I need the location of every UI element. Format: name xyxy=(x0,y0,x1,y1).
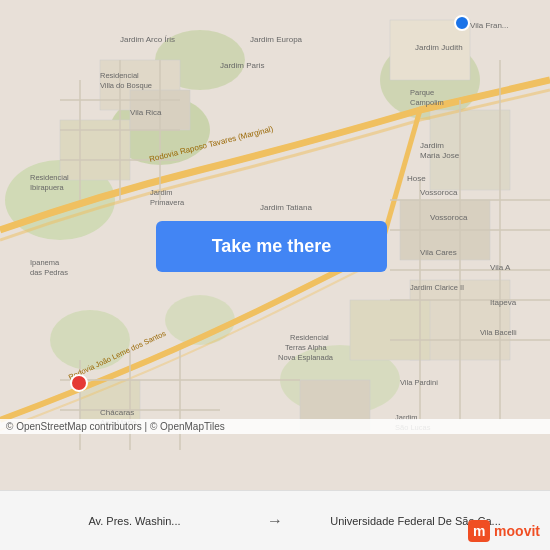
destination-marker xyxy=(454,15,470,31)
origin-marker xyxy=(70,374,88,392)
moovit-icon: m xyxy=(468,520,490,542)
attribution-text: © OpenStreetMap contributors | © OpenMap… xyxy=(6,421,225,432)
svg-text:das Pedras: das Pedras xyxy=(30,268,68,277)
svg-text:Jardim Judith: Jardim Judith xyxy=(415,43,463,52)
svg-text:Villa do Bosque: Villa do Bosque xyxy=(100,81,152,90)
svg-text:Maria Jose: Maria Jose xyxy=(420,151,460,160)
moovit-logo: m moovit xyxy=(468,520,540,542)
svg-text:Ibirapuera: Ibirapuera xyxy=(30,183,65,192)
svg-text:Jardim Clarice II: Jardim Clarice II xyxy=(410,283,464,292)
svg-text:Vila Fran...: Vila Fran... xyxy=(470,21,509,30)
svg-text:Vossoroca: Vossoroca xyxy=(420,188,458,197)
svg-text:Vila Pardini: Vila Pardini xyxy=(400,378,438,387)
svg-rect-15 xyxy=(350,300,430,360)
svg-text:Ipanema: Ipanema xyxy=(30,258,60,267)
svg-point-2 xyxy=(50,310,130,370)
svg-text:Jardim: Jardim xyxy=(420,141,444,150)
svg-text:Vossoroca: Vossoroca xyxy=(430,213,468,222)
svg-text:Terras Alpha: Terras Alpha xyxy=(285,343,328,352)
route-arrow: → xyxy=(267,512,283,530)
moovit-text: moovit xyxy=(494,523,540,539)
svg-text:Residencial: Residencial xyxy=(290,333,329,342)
svg-text:Vila Bacelli: Vila Bacelli xyxy=(480,328,517,337)
svg-text:Jardim: Jardim xyxy=(150,188,173,197)
svg-text:Jardim Tatiana: Jardim Tatiana xyxy=(260,203,312,212)
take-me-there-button[interactable]: Take me there xyxy=(156,221,387,272)
svg-text:Parque: Parque xyxy=(410,88,434,97)
svg-text:Campolim: Campolim xyxy=(410,98,444,107)
map-container: Jardim Arco Íris Jardim Europa Jardim Pa… xyxy=(0,0,550,490)
svg-text:Jardim Paris: Jardim Paris xyxy=(220,61,264,70)
svg-text:Residencial: Residencial xyxy=(100,71,139,80)
svg-text:Chácaras: Chácaras xyxy=(100,408,134,417)
svg-text:Residencial: Residencial xyxy=(30,173,69,182)
svg-text:Vila Rica: Vila Rica xyxy=(130,108,162,117)
svg-text:Primavera: Primavera xyxy=(150,198,185,207)
route-bar: Av. Pres. Washin... → Universidade Feder… xyxy=(0,490,550,550)
svg-rect-12 xyxy=(430,110,510,190)
svg-text:Vila A: Vila A xyxy=(490,263,511,272)
svg-text:Vila Cares: Vila Cares xyxy=(420,248,457,257)
svg-text:Nova Esplanada: Nova Esplanada xyxy=(278,353,334,362)
map-attribution: © OpenStreetMap contributors | © OpenMap… xyxy=(0,419,550,434)
svg-text:Itapeva: Itapeva xyxy=(490,298,517,307)
svg-text:Hose: Hose xyxy=(407,174,426,183)
svg-text:Jardim Europa: Jardim Europa xyxy=(250,35,303,44)
svg-text:Jardim Arco Íris: Jardim Arco Íris xyxy=(120,35,175,44)
route-origin: Av. Pres. Washin... xyxy=(10,515,259,527)
